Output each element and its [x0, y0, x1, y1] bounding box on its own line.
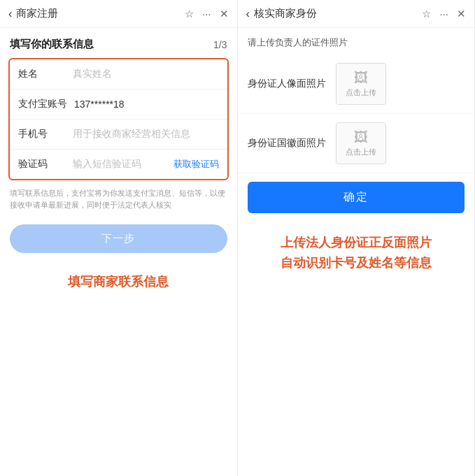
header-verify: ‹ 核实商家身份 ☆ ··· ✕ [238, 0, 475, 28]
upload-btn-back: 点击上传 [346, 147, 376, 157]
star-icon-2[interactable]: ☆ [422, 8, 431, 20]
input-name[interactable]: 真实姓名 [73, 68, 219, 80]
upload-image-icon-2: 🖼 [354, 129, 368, 145]
upload-box-back[interactable]: 🖼 点击上传 [336, 122, 386, 164]
next-step-button[interactable]: 下一步 [10, 224, 227, 253]
upload-btn-front: 点击上传 [346, 87, 376, 98]
confirm-btn-wrap: 确定 [238, 173, 475, 222]
header-title-register: 商家注册 [16, 7, 58, 20]
upload-notice: 请上传负责人的证件照片 [238, 28, 475, 55]
section-progress: 1/3 [213, 39, 227, 50]
upload-label-front: 身份证人像面照片 [248, 77, 326, 91]
upload-area-front: 身份证人像面照片 🖼 点击上传 [238, 55, 475, 114]
label-verify: 验证码 [18, 158, 66, 171]
input-verify[interactable]: 输入短信验证码 [73, 158, 166, 171]
section-header: 填写你的联系信息 1/3 [0, 28, 237, 58]
form-card: 姓名 真实姓名 支付宝账号 137******18 手机号 用于接收商家经营相关… [8, 58, 229, 180]
panel-merchant-register: ‹ 商家注册 ☆ ··· ✕ 填写你的联系信息 1/3 姓名 真实姓名 支付宝账… [0, 0, 238, 476]
get-verify-code-button[interactable]: 获取验证码 [173, 158, 219, 171]
label-phone: 手机号 [18, 128, 66, 140]
label-alipay: 支付宝账号 [18, 98, 67, 110]
upload-box-inner-back: 🖼 点击上传 [346, 129, 376, 157]
close-icon-2[interactable]: ✕ [457, 8, 466, 20]
back-chevron-icon[interactable]: ‹ [8, 8, 12, 20]
form-row-alipay: 支付宝账号 137******18 [10, 89, 227, 120]
upload-area-back: 身份证国徽面照片 🖼 点击上传 [238, 114, 475, 173]
caption-register: 填写商家联系信息 [0, 260, 237, 296]
section-title: 填写你的联系信息 [10, 38, 94, 51]
form-row-phone: 手机号 用于接收商家经营相关信息 [10, 120, 227, 150]
form-row-name: 姓名 真实姓名 [10, 59, 227, 89]
upload-box-inner-front: 🖼 点击上传 [346, 70, 376, 98]
header-register: ‹ 商家注册 ☆ ··· ✕ [0, 0, 237, 28]
caption-verify: 上传法人身份证正反面照片 自动识别卡号及姓名等信息 [238, 222, 475, 276]
header-title-verify: 核实商家身份 [254, 7, 317, 20]
panel-verify-identity: ‹ 核实商家身份 ☆ ··· ✕ 请上传负责人的证件照片 身份证人像面照片 🖼 … [238, 0, 476, 476]
caption-verify-line1: 上传法人身份证正反面照片 [245, 233, 468, 253]
header-actions-verify: ☆ ··· ✕ [422, 8, 466, 20]
input-phone[interactable]: 用于接收商家经营相关信息 [73, 128, 219, 140]
confirm-button[interactable]: 确定 [248, 182, 465, 213]
close-icon[interactable]: ✕ [220, 8, 229, 20]
caption-verify-line2: 自动识别卡号及姓名等信息 [245, 253, 468, 273]
back-chevron-icon-2[interactable]: ‹ [246, 8, 250, 20]
value-alipay[interactable]: 137******18 [74, 99, 125, 110]
more-icon-2[interactable]: ··· [439, 8, 448, 20]
upload-box-front[interactable]: 🖼 点击上传 [336, 63, 386, 105]
star-icon[interactable]: ☆ [185, 8, 194, 20]
upload-label-back: 身份证国徽面照片 [248, 136, 326, 150]
header-actions-register: ☆ ··· ✕ [185, 8, 229, 20]
upload-image-icon: 🖼 [354, 70, 368, 86]
form-row-verify: 验证码 输入短信验证码 获取验证码 [10, 150, 227, 179]
next-btn-wrap: 下一步 [0, 217, 237, 260]
label-name: 姓名 [18, 68, 66, 80]
more-icon[interactable]: ··· [202, 8, 211, 20]
form-notice: 填写联系信息后，支付宝将为你发送支付宝消息、短信等，以便接收申请单最新进展，同时… [0, 180, 237, 217]
